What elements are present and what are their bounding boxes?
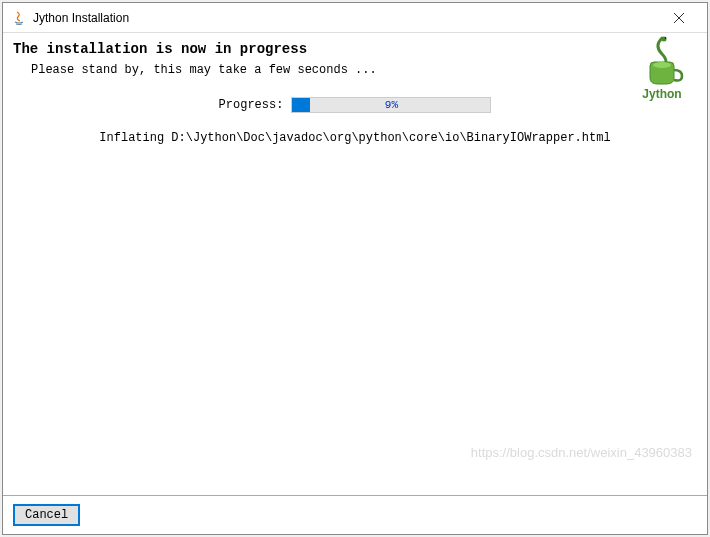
watermark: https://blog.csdn.net/weixin_43960383 [471,445,692,460]
progress-label: Progress: [219,98,284,112]
jython-logo: Jython [632,36,692,101]
java-icon [11,10,27,26]
titlebar: Jython Installation [3,3,707,33]
page-heading: The installation is now in progress [13,41,697,57]
progress-row: Progress: 9% [3,97,707,113]
installer-window: Jython Installation The installation is … [2,2,708,535]
cancel-button[interactable]: Cancel [13,504,80,526]
svg-point-3 [665,37,667,39]
progress-section: Progress: 9% Inflating D:\Jython\Doc\jav… [3,92,707,150]
page-subheading: Please stand by, this may take a few sec… [13,63,697,77]
content-area: The installation is now in progress Plea… [3,33,707,495]
window-title: Jython Installation [33,11,653,25]
svg-point-4 [653,62,671,68]
svg-text:Jython: Jython [642,87,681,101]
progress-percent: 9% [292,98,490,112]
close-button[interactable] [659,4,699,32]
header-section: The installation is now in progress Plea… [3,33,707,92]
status-text: Inflating D:\Jython\Doc\javadoc\org\pyth… [3,131,707,145]
footer: Cancel [3,495,707,534]
progress-bar: 9% [291,97,491,113]
